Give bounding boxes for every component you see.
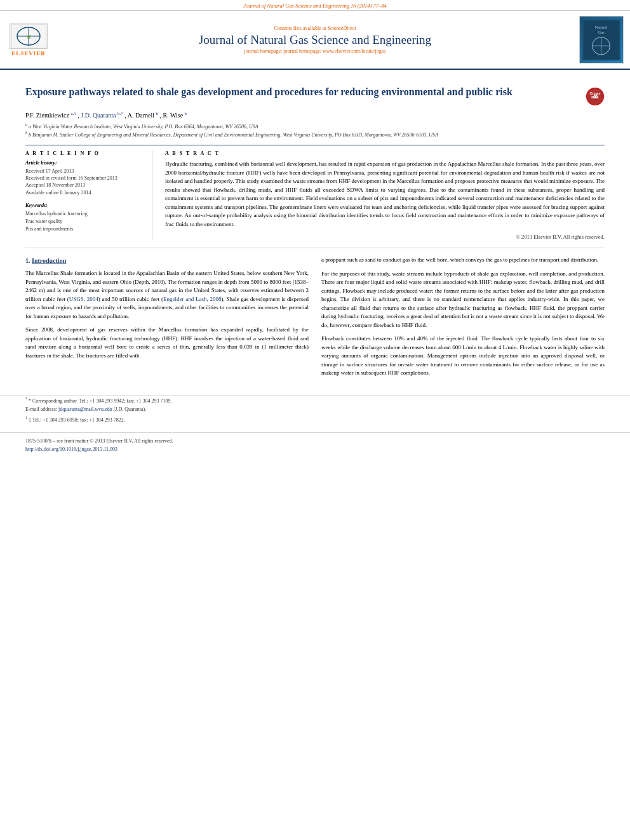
article-info-heading: A R T I C L E I N F O <box>25 150 144 156</box>
footnote-star: * <box>25 397 27 401</box>
article-history: Article history: Received 17 April 2013 … <box>25 160 144 196</box>
right-para-1: a proppant such as sand to conduct gas t… <box>321 256 605 265</box>
author-darnell: A. Darnell <box>128 112 154 119</box>
usgs-link[interactable]: USGS, 2004 <box>69 296 98 302</box>
footnote-1-sup: 1 <box>25 416 27 420</box>
received-date: Received 17 April 2013 <box>25 168 144 175</box>
right-para-1-text: a proppant such as sand to conduct gas t… <box>321 257 598 263</box>
top-bar: Journal of Natural Gas Science and Engin… <box>0 0 630 11</box>
elsevier-logo: 🌿 ELSEVIER <box>6 23 51 57</box>
received-revised: Received in revised form 16 September 20… <box>25 175 144 182</box>
section-title-text: Introduction <box>32 257 66 264</box>
keyword-3: Pits and impoundments <box>25 225 144 233</box>
affil-b-text: b Benjamin M. Statler College of Enginee… <box>29 132 438 138</box>
section-divider <box>25 248 605 248</box>
abstract-text: Hydraulic fracturing, combined with hori… <box>165 160 605 229</box>
footer: 1875-5100/$ – see front matter © 2013 El… <box>0 432 630 457</box>
svg-text:Natural: Natural <box>595 24 608 29</box>
right-para-2: For the purposes of this study, waste st… <box>321 270 605 330</box>
accepted-date: Accepted 18 November 2013 <box>25 182 144 189</box>
main-content: Exposure pathways related to shale gas d… <box>0 70 630 389</box>
footnote-corresponding-text: * Corresponding author. Tel.: +1 304 293… <box>29 397 171 403</box>
keyword-1: Marcellus hydraulic fracturing <box>25 210 144 218</box>
author-wise: R. Wise <box>163 112 183 119</box>
crossmark-icon: ✕ Cross Mark <box>586 88 604 105</box>
affil-a-text: a West Virginia Water Research Institute… <box>29 124 258 130</box>
journal-homepage: journal homepage: journal homepage: www.… <box>57 48 573 54</box>
sciencedirect-name[interactable]: ScienceDirect <box>328 25 356 31</box>
body-content: 1. Introduction The Marcellus Shale form… <box>25 256 605 383</box>
footnote-email-label: E-mail address: <box>25 406 58 412</box>
article-title-block: Exposure pathways related to shale gas d… <box>25 86 605 106</box>
homepage-url[interactable]: journal homepage: www.elsevier.com/locat… <box>283 48 385 54</box>
article-info-abstract: A R T I C L E I N F O Article history: R… <box>25 145 605 240</box>
intro-para-2: Since 2008, development of gas reserves … <box>25 326 309 360</box>
affil-b-sup: b <box>25 131 27 135</box>
available-date: Available online 8 January 2014 <box>25 189 144 196</box>
right-para-3-text: Flowback constitutes between 10% and 40%… <box>321 335 605 376</box>
author-wise-sup: b <box>185 111 187 116</box>
author-ziemkiewicz: P.F. Ziemkiewicz <box>25 112 69 119</box>
abstract-heading: A B S T R A C T <box>165 150 605 156</box>
authors: P.F. Ziemkiewicz a,1 , J.D. Quaranta b,*… <box>25 111 605 119</box>
right-para-3: Flowback constitutes between 10% and 40%… <box>321 335 605 378</box>
abstract-col: A B S T R A C T Hydraulic fracturing, co… <box>165 150 605 240</box>
svg-text:Gas: Gas <box>598 29 605 34</box>
section-number: 1. <box>25 257 30 264</box>
affiliations: a a West Virginia Water Research Institu… <box>25 122 605 138</box>
footer-doi-text: http://dx.doi.org/10.1016/j.jngse.2013.1… <box>25 446 117 452</box>
keywords-label: Keywords: <box>25 203 144 208</box>
affiliation-b: b b Benjamin M. Statler College of Engin… <box>25 130 605 138</box>
crossmark[interactable]: ✕ Cross Mark <box>586 87 605 106</box>
journal-cover: Natural Gas <box>579 16 624 63</box>
intro-para-1: The Marcellus Shale formation is located… <box>25 269 309 321</box>
journal-reference: Journal of Natural Gas Science and Engin… <box>243 3 386 9</box>
body-right-col: a proppant such as sand to conduct gas t… <box>321 256 605 383</box>
keywords-section: Keywords: Marcellus hydraulic fracturing… <box>25 203 144 233</box>
footnote-email-address[interactable]: jdquaranta@mail.wvu.edu <box>58 406 112 412</box>
author-quaranta-sup: b,* <box>117 111 123 116</box>
journal-center: Contents lists available at ScienceDirec… <box>57 25 573 54</box>
article-title-text: Exposure pathways related to shale gas d… <box>25 86 579 99</box>
affil-a-sup: a <box>25 123 27 126</box>
elsevier-logo-image: 🌿 <box>10 23 48 49</box>
keyword-2: Frac water quality <box>25 218 144 225</box>
author-quaranta: J.D. Quaranta <box>81 112 116 119</box>
footnote-corresponding: * * Corresponding author. Tel.: +1 304 2… <box>25 396 605 404</box>
journal-title: Journal of Natural Gas Science and Engin… <box>57 33 573 47</box>
footnote-1-text: 1 Tel.: +1 304 293 6958; fax: +1 304 293… <box>29 417 125 422</box>
body-left-col: 1. Introduction The Marcellus Shale form… <box>25 256 309 383</box>
elsevier-name: ELSEVIER <box>11 50 46 57</box>
journal-header: 🌿 ELSEVIER Contents lists available at S… <box>0 11 630 70</box>
footnotes: * * Corresponding author. Tel.: +1 304 2… <box>0 396 630 423</box>
footnote-email: E-mail address: jdquaranta@mail.wvu.edu … <box>25 406 605 413</box>
right-para-2-text: For the purposes of this study, waste st… <box>321 270 605 328</box>
intro-section-title: 1. Introduction <box>25 256 309 265</box>
footer-note: 1875-5100/$ – see front matter © 2013 El… <box>25 438 605 444</box>
homepage-label: journal homepage: <box>245 48 284 54</box>
engelder-link[interactable]: Engelder and Lash, 2008 <box>163 296 222 302</box>
footnote-1: 1 1 Tel.: +1 304 293 6958; fax: +1 304 2… <box>25 415 605 423</box>
sciencedirect-prefix: Contents lists available at <box>274 25 328 31</box>
svg-text:Mark: Mark <box>591 95 599 99</box>
intro-para-2-text: Since 2008, development of gas reserves … <box>25 326 309 359</box>
copyright: © 2013 Elsevier B.V. All rights reserved… <box>165 234 605 240</box>
footnote-email-name: (J.D. Quaranta). <box>114 406 147 412</box>
article-info-col: A R T I C L E I N F O Article history: R… <box>25 150 152 240</box>
intro-para-1-text: The Marcellus Shale formation is located… <box>25 270 309 319</box>
footer-doi[interactable]: http://dx.doi.org/10.1016/j.jngse.2013.1… <box>25 446 605 452</box>
history-label: Article history: <box>25 160 144 166</box>
author-darnell-sup: b <box>156 111 158 116</box>
affiliation-a: a a West Virginia Water Research Institu… <box>25 122 605 130</box>
author-ziemkiewicz-sup: a,1 <box>70 111 76 116</box>
sciencedirect-link: Contents lists available at ScienceDirec… <box>57 25 573 31</box>
svg-text:🌿: 🌿 <box>27 35 31 39</box>
